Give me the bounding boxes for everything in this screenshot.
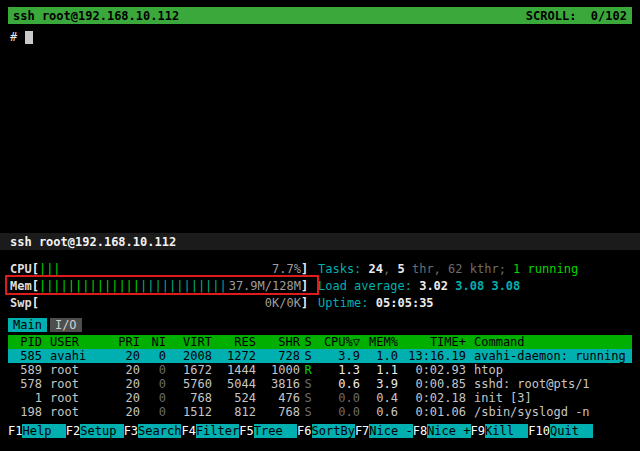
fkey-quit[interactable]: F10Quit bbox=[528, 424, 593, 438]
load-average: Load average: 3.02 3.08 3.08 bbox=[318, 279, 520, 293]
header-cpu[interactable]: CPU%▽ bbox=[316, 335, 360, 349]
fkey-help-key: F1 bbox=[8, 424, 22, 438]
cell-shr: 476 bbox=[256, 391, 300, 405]
cell-shr: 1000 bbox=[256, 363, 300, 377]
fkey-sortby[interactable]: F6SortBy bbox=[297, 424, 355, 438]
header-user[interactable]: USER bbox=[42, 335, 114, 349]
cell-pid: 1 bbox=[8, 391, 42, 405]
header-virt[interactable]: VIRT bbox=[166, 335, 212, 349]
process-row-585-selected[interactable]: 585 avahi 20 0 2008 1272 728 S 3.9 1.0 1… bbox=[8, 349, 632, 363]
cell-virt: 5760 bbox=[166, 377, 212, 391]
cell-shr: 768 bbox=[256, 405, 300, 419]
cell-virt: 768 bbox=[166, 391, 212, 405]
fkey-sortby-key: F6 bbox=[297, 424, 311, 438]
fkey-tree[interactable]: F5Tree bbox=[239, 424, 297, 438]
scroll-indicator: SCROLL: 0/102 bbox=[526, 9, 627, 23]
cell-time: 0:02.93 bbox=[398, 363, 466, 377]
swap-meter-label: Swp bbox=[10, 296, 32, 310]
cell-command: /sbin/syslogd -n bbox=[466, 405, 632, 419]
header-pri[interactable]: PRI bbox=[114, 335, 140, 349]
cell-state: S bbox=[300, 377, 316, 391]
fkey-nice-plus-key: F8 bbox=[413, 424, 427, 438]
fkey-setup-key: F2 bbox=[66, 424, 80, 438]
cpu-meter-value: 7.7% bbox=[272, 262, 301, 276]
fkey-filter[interactable]: F4Filter bbox=[181, 424, 239, 438]
fkey-kill[interactable]: F9Kill bbox=[471, 424, 529, 438]
header-time[interactable]: TIME+ bbox=[398, 335, 466, 349]
cell-cpu: 0.6 bbox=[316, 377, 360, 391]
cell-ni: 0 bbox=[140, 363, 166, 377]
header-command[interactable]: Command bbox=[466, 335, 632, 349]
tab-io[interactable]: I/O bbox=[50, 318, 82, 332]
fkey-kill-key: F9 bbox=[471, 424, 485, 438]
cell-mem: 0.4 bbox=[360, 391, 398, 405]
cell-user: root bbox=[42, 391, 114, 405]
cell-time: 0:01.06 bbox=[398, 405, 466, 419]
header-ni[interactable]: NI bbox=[140, 335, 166, 349]
cell-pri: 20 bbox=[114, 377, 140, 391]
process-row-198[interactable]: 198 root 20 0 1512 812 768 S 0.0 0.6 0:0… bbox=[8, 405, 632, 419]
cell-pid: 578 bbox=[8, 377, 42, 391]
header-shr[interactable]: SHR bbox=[256, 335, 300, 349]
mem-meter-open-bracket: [ bbox=[32, 279, 39, 293]
cell-time: 13:16.19 bbox=[398, 349, 466, 363]
mem-meter: Mem[||||||||||||||||||||||||||37.9M/128M… bbox=[10, 279, 308, 293]
cell-command: init [3] bbox=[466, 391, 632, 405]
bottom-pane-title: ssh root@192.168.10.112 bbox=[10, 235, 176, 249]
header-state[interactable]: S bbox=[300, 335, 316, 349]
swap-meter: Swp[0K/0K] bbox=[10, 296, 308, 310]
header-pid[interactable]: PID bbox=[8, 335, 42, 349]
fkey-kill-label: Kill bbox=[485, 424, 528, 438]
cell-virt: 1672 bbox=[166, 363, 212, 377]
kthreads-count: 62 kthr bbox=[448, 262, 499, 276]
cell-user: root bbox=[42, 363, 114, 377]
cell-command: sshd: root@pts/1 bbox=[466, 377, 632, 391]
fkey-setup-label: Setup bbox=[80, 424, 123, 438]
cpu-meter-open-bracket: [ bbox=[32, 262, 39, 276]
swap-meter-close-bracket: ] bbox=[301, 296, 308, 310]
fkey-nice-minus[interactable]: F7Nice - bbox=[355, 424, 413, 438]
cpu-meter-close-bracket: ] bbox=[301, 262, 308, 276]
process-row-578[interactable]: 578 root 20 0 5760 5044 3816 S 0.6 3.9 0… bbox=[8, 377, 632, 391]
process-table-header: PID USER PRI NI VIRT RES SHR S CPU%▽ MEM… bbox=[8, 335, 632, 349]
shell-prompt-line[interactable]: # bbox=[10, 30, 33, 44]
fkey-setup[interactable]: F2Setup bbox=[66, 424, 124, 438]
tasks-sep-1: , bbox=[383, 262, 397, 276]
fkey-search[interactable]: F3Search bbox=[124, 424, 182, 438]
top-pane-status-bar: ssh root@192.168.10.112 SCROLL: 0/102 bbox=[8, 7, 632, 24]
cell-pid: 585 bbox=[8, 349, 42, 363]
fkey-tree-label: Tree bbox=[254, 424, 297, 438]
cell-cpu: 0.0 bbox=[316, 391, 360, 405]
cell-mem: 3.9 bbox=[360, 377, 398, 391]
cpu-meter: CPU[|||7.7%] bbox=[10, 262, 308, 276]
cell-user: avahi bbox=[42, 349, 114, 363]
process-row-1[interactable]: 1 root 20 0 768 524 476 S 0.0 0.4 0:02.1… bbox=[8, 391, 632, 405]
fkey-search-key: F3 bbox=[124, 424, 138, 438]
fkey-tree-key: F5 bbox=[239, 424, 253, 438]
fkey-help[interactable]: F1Help bbox=[8, 424, 66, 438]
fkey-nice-minus-label: Nice - bbox=[369, 424, 412, 438]
cell-pri: 20 bbox=[114, 349, 140, 363]
cell-state: S bbox=[300, 391, 316, 405]
tasks-summary: Tasks: 24, 5 thr, 62 kthr; 1 running bbox=[318, 262, 578, 276]
fkey-nice-plus[interactable]: F8Nice + bbox=[413, 424, 471, 438]
cell-pid: 589 bbox=[8, 363, 42, 377]
header-mem[interactable]: MEM% bbox=[360, 335, 398, 349]
cell-pid: 198 bbox=[8, 405, 42, 419]
uptime: Uptime: 05:05:35 bbox=[318, 296, 434, 310]
cell-user: root bbox=[42, 377, 114, 391]
prompt-symbol: # bbox=[10, 30, 17, 44]
cell-mem: 1.0 bbox=[360, 349, 398, 363]
tab-main[interactable]: Main bbox=[8, 318, 47, 332]
top-pane-title: ssh root@192.168.10.112 bbox=[13, 9, 179, 23]
cell-state: S bbox=[300, 405, 316, 419]
cell-command: avahi-daemon: running bbox=[466, 349, 632, 363]
cell-ni: 0 bbox=[140, 391, 166, 405]
process-row-589[interactable]: 589 root 20 0 1672 1444 1000 R 1.3 1.1 0… bbox=[8, 363, 632, 377]
header-res[interactable]: RES bbox=[212, 335, 256, 349]
mem-bars-cache: |||||||||||| bbox=[140, 279, 227, 293]
cell-cpu: 0.0 bbox=[316, 405, 360, 419]
mem-meter-close-bracket: ] bbox=[301, 279, 308, 293]
cell-mem: 1.1 bbox=[360, 363, 398, 377]
fkey-sortby-label: SortBy bbox=[312, 424, 355, 438]
